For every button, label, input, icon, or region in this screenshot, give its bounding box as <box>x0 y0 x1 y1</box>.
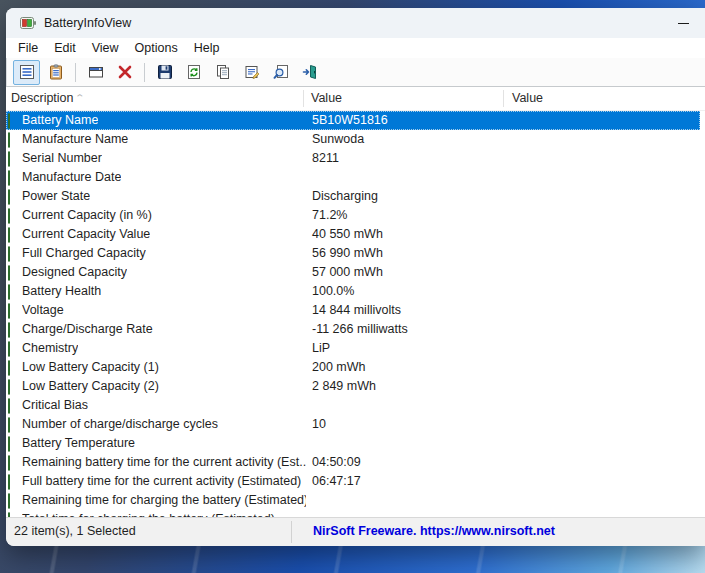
battery-item-icon <box>8 190 10 204</box>
battery-item-icon <box>8 418 10 432</box>
column-header-value2[interactable]: Value <box>512 91 543 105</box>
battery-item-icon <box>8 285 10 299</box>
battery-item-icon <box>8 399 10 413</box>
save-button[interactable] <box>151 60 178 85</box>
battery-item-icon <box>8 133 10 147</box>
row-value: Discharging <box>312 189 378 203</box>
table-row[interactable]: Manufacture Name Sunwoda <box>6 130 705 149</box>
refresh-button[interactable] <box>180 60 207 85</box>
row-value: Sunwoda <box>312 132 364 146</box>
table-row[interactable]: Voltage 14 844 millivolts <box>6 301 705 320</box>
row-description: Critical Bias <box>22 398 88 412</box>
batteryinfoview-window: BatteryInfoView File Edit View Options H… <box>6 8 705 546</box>
table-row[interactable]: Charge/Discharge Rate -11 266 milliwatts <box>6 320 705 339</box>
nirsoft-link[interactable]: NirSoft Freeware. https://www.nirsoft.ne… <box>313 524 555 538</box>
battery-app-icon <box>20 16 36 30</box>
battery-info-list: Battery Name 5B10W51816 Manufacture Name… <box>6 111 705 517</box>
table-row[interactable]: Remaining time for charging the battery … <box>6 491 705 510</box>
properties-icon <box>244 64 260 80</box>
table-row[interactable]: Serial Number 8211 <box>6 149 705 168</box>
menu-options[interactable]: Options <box>127 39 186 57</box>
row-description: Charge/Discharge Rate <box>22 322 153 336</box>
column-divider[interactable] <box>503 90 504 107</box>
find-button[interactable] <box>267 60 294 85</box>
row-value: 14 844 millivolts <box>312 303 401 317</box>
table-row[interactable]: Current Capacity Value 40 550 mWh <box>6 225 705 244</box>
row-value: 2 849 mWh <box>312 379 376 393</box>
row-value: 71.2% <box>312 208 347 222</box>
list-header: Description ⌃ Value Value <box>6 87 705 111</box>
battery-item-icon <box>8 323 10 337</box>
row-description: Power State <box>22 189 90 203</box>
details-view-icon <box>19 64 35 80</box>
table-row[interactable]: Remaining battery time for the current a… <box>6 453 705 472</box>
row-value: -11 266 milliwatts <box>312 322 408 336</box>
row-description: Manufacture Date <box>22 170 121 184</box>
table-row[interactable]: Total time for charging the battery (Est… <box>6 510 705 517</box>
row-description: Remaining time for charging the battery … <box>22 493 306 507</box>
table-row[interactable]: Designed Capacity 57 000 mWh <box>6 263 705 282</box>
window-columns-icon <box>88 64 104 80</box>
table-row[interactable]: Number of charge/discharge cycles 10 <box>6 415 705 434</box>
table-row[interactable]: Power State Discharging <box>6 187 705 206</box>
menu-edit[interactable]: Edit <box>46 39 84 57</box>
status-divider <box>291 521 292 543</box>
battery-item-icon <box>8 304 10 318</box>
exit-button[interactable] <box>296 60 323 85</box>
table-row[interactable]: Battery Health 100.0% <box>6 282 705 301</box>
column-header-value1[interactable]: Value <box>311 91 342 105</box>
exit-door-icon <box>302 64 318 80</box>
status-bar: 22 item(s), 1 Selected NirSoft Freeware.… <box>6 517 705 546</box>
magnifier-icon <box>273 64 289 80</box>
table-row[interactable]: Low Battery Capacity (1) 200 mWh <box>6 358 705 377</box>
table-row[interactable]: Full Charged Capacity 56 990 mWh <box>6 244 705 263</box>
row-value: 10 <box>312 417 326 431</box>
battery-item-icon <box>8 380 10 394</box>
table-row[interactable]: Full battery time for the current activi… <box>6 472 705 491</box>
row-value: 8211 <box>312 151 339 165</box>
row-value: 06:47:17 <box>312 474 361 488</box>
refresh-icon <box>186 64 202 80</box>
battery-item-icon <box>8 456 10 470</box>
table-row[interactable]: Manufacture Date <box>6 168 705 187</box>
battery-item-icon <box>8 209 10 223</box>
table-row[interactable]: Low Battery Capacity (2) 2 849 mWh <box>6 377 705 396</box>
row-description: Manufacture Name <box>22 132 128 146</box>
battery-item-icon <box>8 475 10 489</box>
minimize-button[interactable] <box>661 8 705 38</box>
menu-view[interactable]: View <box>84 39 127 57</box>
row-description: Number of charge/discharge cycles <box>22 417 218 431</box>
table-row[interactable]: Critical Bias <box>6 396 705 415</box>
row-description: Designed Capacity <box>22 265 127 279</box>
menu-bar: File Edit View Options Help <box>6 38 705 58</box>
copy-icon <box>215 64 231 80</box>
red-x-icon <box>117 64 133 80</box>
row-description: Low Battery Capacity (1) <box>22 360 159 374</box>
title-bar: BatteryInfoView <box>6 8 705 38</box>
window-title: BatteryInfoView <box>44 16 131 30</box>
html-report-button[interactable] <box>42 60 69 85</box>
table-row[interactable]: Battery Temperature <box>6 434 705 453</box>
row-value: 5B10W51816 <box>312 113 388 127</box>
table-row[interactable]: Battery Name 5B10W51816 <box>6 111 700 130</box>
floppy-save-icon <box>157 64 173 80</box>
column-header-description[interactable]: Description <box>11 91 74 105</box>
battery-item-icon <box>8 114 10 128</box>
row-description: Voltage <box>22 303 64 317</box>
battery-item-icon <box>8 437 10 451</box>
copy-button[interactable] <box>209 60 236 85</box>
toolbar-separator <box>75 63 76 82</box>
table-row[interactable]: Current Capacity (in %) 71.2% <box>6 206 705 225</box>
sort-ascending-icon: ⌃ <box>74 93 85 103</box>
delete-button[interactable] <box>111 60 138 85</box>
properties-button[interactable] <box>238 60 265 85</box>
row-description: Battery Temperature <box>22 436 135 450</box>
menu-help[interactable]: Help <box>186 39 228 57</box>
choose-columns-button[interactable] <box>82 60 109 85</box>
row-description: Serial Number <box>22 151 102 165</box>
table-row[interactable]: Chemistry LiP <box>6 339 705 358</box>
column-divider[interactable] <box>303 90 304 107</box>
row-description: Full Charged Capacity <box>22 246 146 260</box>
menu-file[interactable]: File <box>10 39 46 57</box>
details-view-button[interactable] <box>13 60 40 85</box>
